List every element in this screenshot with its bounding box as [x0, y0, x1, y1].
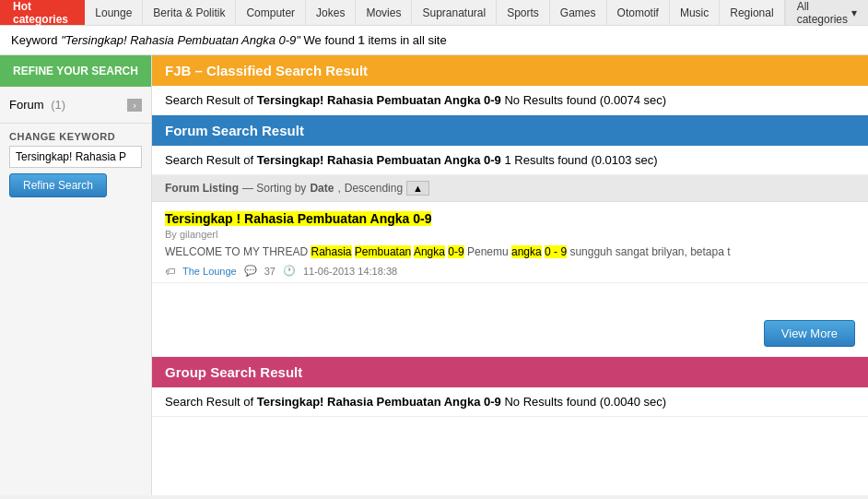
- forum-arrow[interactable]: ›: [127, 99, 142, 112]
- nav-lounge[interactable]: Lounge: [85, 0, 143, 25]
- nav-music[interactable]: Music: [670, 0, 720, 25]
- group-search-header: Group Search Result: [152, 357, 868, 387]
- snippet-hl1: Rahasia: [311, 245, 351, 258]
- content-area: FJB – Classified Search Result Search Re…: [152, 55, 868, 495]
- snippet-hl4: angka: [511, 245, 542, 258]
- snippet-hl2: Pembuatan: [355, 245, 411, 258]
- hot-categories[interactable]: Hot categories: [0, 0, 85, 25]
- keyword-input[interactable]: [9, 146, 142, 168]
- nav-supranatural[interactable]: Supranatural: [412, 0, 497, 25]
- fjb-content: Search Result of Tersingkap! Rahasia Pem…: [152, 86, 868, 115]
- view-more-row: View More: [152, 311, 868, 357]
- keyword-suffix: We found: [300, 33, 358, 47]
- nav-regional[interactable]: Regional: [720, 0, 784, 25]
- snippet-mid: 0-9: [448, 245, 463, 258]
- top-nav: Hot categories Lounge Berita & Politik C…: [0, 0, 868, 26]
- change-keyword-section: CHANGE KEYWORD Refine Search: [0, 124, 151, 205]
- main-layout: REFINE YOUR SEARCH Forum (1) › CHANGE KE…: [0, 55, 868, 495]
- group-search-content: Search Result of Tersingkap! Rahasia Pem…: [152, 387, 868, 417]
- fjb-header: FJB – Classified Search Result: [152, 55, 868, 86]
- result-snippet: WELCOME TO MY THREAD Rahasia Pembuatan A…: [165, 244, 855, 260]
- snippet-num: 0 - 9: [545, 245, 567, 258]
- fjb-keyword: Tersingkap! Rahasia Pembuatan Angka 0-9: [257, 93, 501, 107]
- nav-jokes[interactable]: Jokes: [306, 0, 356, 25]
- result-meta: 🏷 The Lounge 💬 37 🕐 11-06-2013 14:18:38: [165, 265, 855, 277]
- sidebar: REFINE YOUR SEARCH Forum (1) › CHANGE KE…: [0, 55, 152, 495]
- keyword-bar: Keyword "Tersingkap! Rahasia Pembuatan A…: [0, 26, 868, 55]
- result-title: Tersingkap ! Rahasia Pembuatan Angka 0-9: [165, 211, 855, 226]
- forum-label: Forum (1): [9, 98, 65, 112]
- sidebar-forum-section: Forum (1) ›: [0, 87, 151, 124]
- forum-listing-label: Forum Listing: [165, 182, 239, 195]
- keyword-postfix: items in all site: [365, 33, 447, 47]
- spacer: [152, 283, 868, 311]
- comment-count: 37: [264, 266, 276, 277]
- snippet-hl3: Angka: [414, 245, 445, 258]
- sort-by: Date: [310, 182, 334, 195]
- forum-result-item: Tersingkap ! Rahasia Pembuatan Angka 0-9…: [152, 202, 868, 283]
- nav-movies[interactable]: Movies: [356, 0, 412, 25]
- refine-search-button[interactable]: Refine Search: [9, 173, 107, 197]
- nav-computer[interactable]: Computer: [236, 0, 306, 25]
- change-keyword-label: CHANGE KEYWORD: [9, 131, 142, 142]
- forum-search-content: Search Result of Tersingkap! Rahasia Pem…: [152, 146, 868, 175]
- keyword-count: 1: [358, 33, 365, 47]
- keyword-text: "Tersingkap! Rahasia Pembuatan Angka 0-9…: [61, 33, 300, 47]
- nav-berita[interactable]: Berita & Politik: [143, 0, 236, 25]
- view-more-button[interactable]: View More: [764, 320, 855, 347]
- forum-search-header: Forum Search Result: [152, 115, 868, 146]
- nav-games[interactable]: Games: [550, 0, 607, 25]
- all-categories[interactable]: All categories ▾: [785, 0, 868, 25]
- sort-toggle-button[interactable]: ▲: [406, 181, 429, 196]
- nav-otomotif[interactable]: Otomotif: [607, 0, 670, 25]
- forum-listing-bar: Forum Listing — Sorting by Date, Descend…: [152, 175, 868, 202]
- nav-sports[interactable]: Sports: [497, 0, 550, 25]
- tag-the-lounge[interactable]: The Lounge: [182, 266, 237, 277]
- result-date: 11-06-2013 14:18:38: [303, 266, 397, 277]
- forum-keyword: Tersingkap! Rahasia Pembuatan Angka 0-9: [257, 153, 501, 167]
- group-keyword: Tersingkap! Rahasia Pembuatan Angka 0-9: [257, 395, 501, 409]
- refine-your-search-button[interactable]: REFINE YOUR SEARCH: [0, 55, 151, 87]
- keyword-prefix: Keyword: [11, 33, 61, 47]
- result-author: By gilangerl: [165, 229, 855, 240]
